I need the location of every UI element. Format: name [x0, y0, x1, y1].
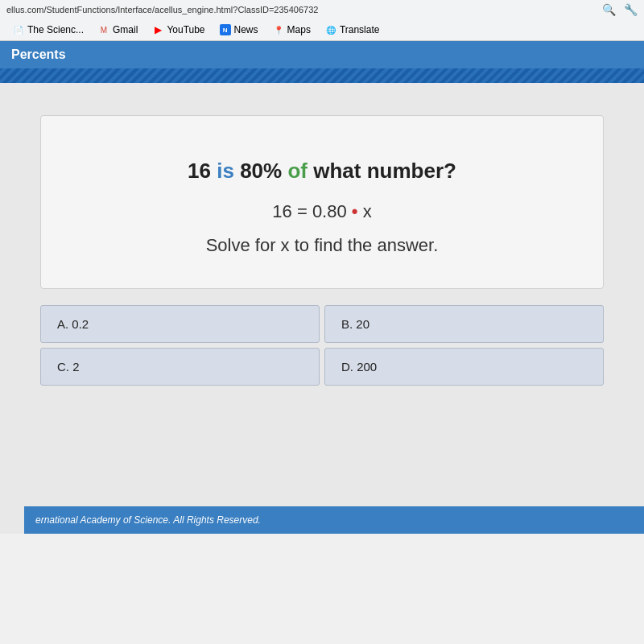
- equation: 16 = 0.80 • x: [73, 201, 571, 222]
- bookmark-gmail[interactable]: M Gmail: [92, 23, 144, 37]
- answer-choice-d-label: D. 200: [341, 360, 377, 374]
- bookmark-youtube-label: YouTube: [167, 24, 204, 35]
- main-content: 16 is 80% of what number? 16 = 0.80 • x …: [0, 83, 644, 534]
- answer-choice-a-label: A. 0.2: [57, 317, 89, 331]
- page-title: Percents: [11, 47, 66, 61]
- youtube-icon: ▶: [152, 24, 163, 35]
- answer-choice-a[interactable]: A. 0.2: [40, 305, 320, 343]
- decorative-band: [0, 68, 644, 83]
- gmail-icon: M: [98, 24, 109, 35]
- bookmark-maps[interactable]: 📍 Maps: [266, 23, 317, 37]
- news-icon: N: [220, 24, 231, 35]
- answer-grid: A. 0.2 B. 20 C. 2 D. 200: [40, 305, 604, 386]
- question-suffix: what number?: [308, 159, 456, 183]
- search-icon[interactable]: 🔍: [602, 3, 616, 16]
- bookmark-news-label: News: [234, 24, 258, 35]
- bookmark-news[interactable]: N News: [213, 23, 265, 37]
- page-header: Percents: [0, 41, 644, 68]
- bookmark-translate[interactable]: 🌐 Translate: [319, 23, 386, 37]
- address-bar-row: ellus.com/StudentFunctions/Interface/ace…: [0, 0, 644, 19]
- browser-chrome: ellus.com/StudentFunctions/Interface/ace…: [0, 0, 644, 41]
- word-of: of: [287, 159, 308, 183]
- bookmark-translate-label: Translate: [340, 24, 380, 35]
- extensions-icon[interactable]: 🔧: [624, 3, 638, 16]
- bookmark-scienc-label: The Scienc...: [27, 24, 84, 35]
- word-is: is: [217, 159, 234, 183]
- answer-choice-b[interactable]: B. 20: [324, 305, 604, 343]
- question-card: 16 is 80% of what number? 16 = 0.80 • x …: [40, 115, 604, 289]
- dot-bullet: •: [352, 201, 358, 221]
- browser-toolbar-icons: 🔍 🔧: [602, 3, 638, 16]
- translate-icon: 🌐: [325, 24, 336, 35]
- page-footer: ernational Academy of Science. All Right…: [24, 506, 644, 534]
- answer-choice-c[interactable]: C. 2: [40, 348, 320, 386]
- question-text: 16 is 80% of what number?: [73, 156, 571, 185]
- bookmark-maps-label: Maps: [287, 24, 311, 35]
- solve-instruction: Solve for x to find the answer.: [73, 235, 571, 256]
- answer-choice-b-label: B. 20: [341, 317, 369, 331]
- question-prefix: 16: [188, 159, 217, 183]
- scienc-icon: 📄: [13, 24, 24, 35]
- bookmark-scienc[interactable]: 📄 The Scienc...: [6, 23, 90, 37]
- answer-choice-d[interactable]: D. 200: [324, 348, 604, 386]
- footer-text: ernational Academy of Science. All Right…: [35, 514, 261, 526]
- answer-choice-c-label: C. 2: [57, 360, 80, 374]
- bookmark-youtube[interactable]: ▶ YouTube: [146, 23, 211, 37]
- bookmark-gmail-label: Gmail: [113, 24, 138, 35]
- bookmarks-bar: 📄 The Scienc... M Gmail ▶ YouTube N News…: [0, 19, 644, 40]
- question-percent: 80%: [234, 159, 288, 183]
- address-bar[interactable]: ellus.com/StudentFunctions/Interface/ace…: [6, 5, 602, 14]
- maps-icon: 📍: [273, 24, 284, 35]
